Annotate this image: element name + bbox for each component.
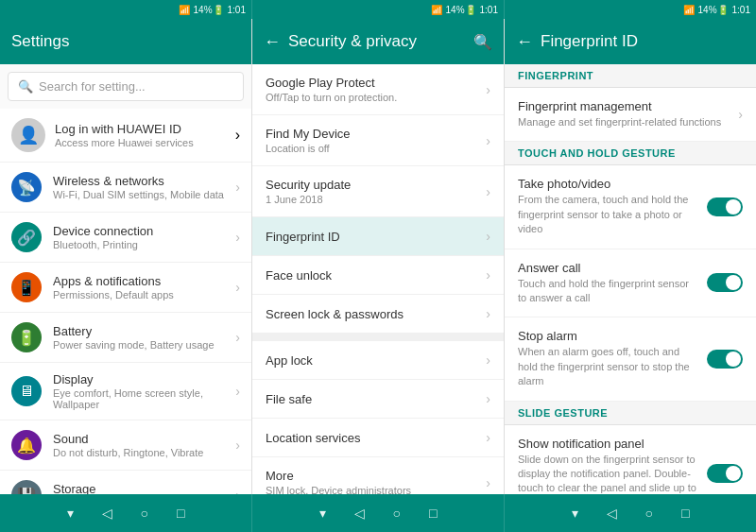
location-title: Location services xyxy=(266,431,486,445)
google-play-subtitle: Off/Tap to turn on protection. xyxy=(266,92,486,103)
device-title: Device connection xyxy=(53,224,224,238)
storage-title: Storage xyxy=(53,482,224,494)
settings-item-wireless[interactable]: 📡 Wireless & networks Wi-Fi, Dual SIM se… xyxy=(0,163,251,213)
battery-2: 14%🔋 xyxy=(446,5,476,15)
face-unlock-text: Face unlock xyxy=(266,268,486,283)
show-notif-title: Show notification panel xyxy=(518,437,699,451)
nav-down-1[interactable]: ▾ xyxy=(67,506,74,521)
wireless-icon: 📡 xyxy=(11,172,42,202)
nav-down-3[interactable]: ▾ xyxy=(572,506,578,521)
security-update-chevron: › xyxy=(486,184,490,199)
status-bar-panel-1: 📶 14%🔋 1:01 xyxy=(0,0,252,19)
settings-item-sound[interactable]: 🔔 Sound Do not disturb, Ringtone, Vibrat… xyxy=(0,420,251,471)
face-unlock-chevron: › xyxy=(486,267,490,283)
nav-back-1[interactable]: ◁ xyxy=(102,506,112,521)
nav-recent-2[interactable]: □ xyxy=(429,506,437,521)
back-arrow-security[interactable]: ← xyxy=(264,32,281,52)
find-device-subtitle: Location is off xyxy=(266,143,486,154)
fingerprint-management-item[interactable]: Fingerprint management Manage and set fi… xyxy=(505,88,756,142)
display-title: Display xyxy=(53,372,224,386)
take-photo-subtitle: From the camera, touch and hold the fing… xyxy=(518,193,699,236)
app-lock-text: App lock xyxy=(266,353,486,368)
battery-chevron: › xyxy=(235,330,240,345)
security-update-subtitle: 1 June 2018 xyxy=(266,194,486,205)
show-notif-item[interactable]: Show notification panel Slide down on th… xyxy=(505,425,756,494)
show-notif-toggle[interactable] xyxy=(707,464,743,483)
find-device-chevron: › xyxy=(486,133,490,148)
stop-alarm-text: Stop alarm When an alarm goes off, touch… xyxy=(518,329,699,388)
status-bar: 📶 14%🔋 1:01 📶 14%🔋 1:01 📶 14%🔋 1:01 xyxy=(0,0,756,19)
fingerprint-list: FINGERPRINT Fingerprint management Manag… xyxy=(505,64,756,494)
battery-text: Battery Power saving mode, Battery usage xyxy=(53,324,224,351)
fp-mgmt-title: Fingerprint management xyxy=(518,99,730,113)
storage-chevron: › xyxy=(235,488,240,494)
stop-alarm-title: Stop alarm xyxy=(518,329,699,343)
account-text: Log in with HUAWEI ID Access more Huawei… xyxy=(55,122,226,148)
settings-item-apps[interactable]: 📱 Apps & notifications Permissions, Defa… xyxy=(0,263,251,313)
nav-recent-1[interactable]: □ xyxy=(177,506,184,521)
apps-subtitle: Permissions, Default apps xyxy=(53,289,224,300)
apps-chevron: › xyxy=(235,280,240,295)
account-name: Log in with HUAWEI ID xyxy=(55,122,226,136)
device-chevron: › xyxy=(235,230,240,245)
face-unlock-title: Face unlock xyxy=(266,268,486,283)
answer-call-toggle[interactable] xyxy=(707,273,743,292)
slide-gesture-section-header: SLIDE GESTURE xyxy=(505,402,756,425)
security-item-screen-lock[interactable]: Screen lock & passwords › xyxy=(252,295,504,334)
file-safe-chevron: › xyxy=(486,391,490,406)
bottom-nav-panel-2: ▾ ◁ ○ □ xyxy=(252,494,505,532)
security-item-app-lock[interactable]: App lock › xyxy=(252,341,504,380)
stop-alarm-item[interactable]: Stop alarm When an alarm goes off, touch… xyxy=(505,317,756,401)
fp-mgmt-chevron: › xyxy=(738,107,743,122)
nav-back-3[interactable]: ◁ xyxy=(607,506,617,521)
more-title: More xyxy=(266,469,486,483)
fingerprint-panel-title: Fingerprint ID xyxy=(541,32,745,51)
answer-call-text: Answer call Touch and hold the fingerpri… xyxy=(518,261,699,306)
security-item-face-unlock[interactable]: Face unlock › xyxy=(252,256,504,295)
take-photo-item[interactable]: Take photo/video From the camera, touch … xyxy=(505,165,756,249)
nav-home-3[interactable]: ○ xyxy=(645,506,653,521)
time-2: 1:01 xyxy=(480,5,498,15)
answer-call-item[interactable]: Answer call Touch and hold the fingerpri… xyxy=(505,249,756,318)
nav-home-1[interactable]: ○ xyxy=(141,506,148,521)
fingerprint-section-header: FINGERPRINT xyxy=(505,64,756,88)
nav-recent-3[interactable]: □ xyxy=(681,506,689,521)
touch-hold-section-header: TOUCH AND HOLD GESTURE xyxy=(505,142,756,165)
settings-item-device[interactable]: 🔗 Device connection Bluetooth, Printing … xyxy=(0,213,251,263)
security-item-find-device[interactable]: Find My Device Location is off › xyxy=(252,115,504,166)
display-subtitle: Eye comfort, Home screen style, Wallpape… xyxy=(53,387,224,410)
settings-item-display[interactable]: 🖥 Display Eye comfort, Home screen style… xyxy=(0,363,251,420)
stop-alarm-subtitle: When an alarm goes off, touch and hold t… xyxy=(518,345,699,388)
security-update-text: Security update 1 June 2018 xyxy=(266,178,486,205)
take-photo-toggle[interactable] xyxy=(707,197,743,216)
nav-down-2[interactable]: ▾ xyxy=(319,506,326,521)
account-item[interactable]: 👤 Log in with HUAWEI ID Access more Huaw… xyxy=(0,109,251,163)
security-item-location[interactable]: Location services › xyxy=(252,419,504,457)
security-item-google-play[interactable]: Google Play Protect Off/Tap to turn on p… xyxy=(252,64,504,115)
sound-chevron: › xyxy=(235,438,240,453)
answer-call-title: Answer call xyxy=(518,261,699,275)
security-item-more[interactable]: More SIM lock, Device administrators › xyxy=(252,457,504,494)
nav-home-2[interactable]: ○ xyxy=(393,506,401,521)
security-panel-title: Security & privacy xyxy=(288,32,466,51)
security-item-fingerprint[interactable]: Fingerprint ID › ▶▶ xyxy=(252,217,504,256)
back-arrow-fingerprint[interactable]: ← xyxy=(516,32,533,52)
screen-lock-chevron: › xyxy=(486,306,490,321)
take-photo-text: Take photo/video From the camera, touch … xyxy=(518,177,699,236)
apps-icon: 📱 xyxy=(11,272,42,302)
stop-alarm-toggle[interactable] xyxy=(707,350,743,369)
signal-icon-2: 📶 xyxy=(431,5,442,15)
status-bar-panel-2: 📶 14%🔋 1:01 xyxy=(252,0,505,19)
search-bar[interactable]: 🔍 Search for setting... xyxy=(8,72,244,101)
security-item-update[interactable]: Security update 1 June 2018 › xyxy=(252,166,504,217)
nav-back-2[interactable]: ◁ xyxy=(354,506,365,521)
device-icon: 🔗 xyxy=(11,222,42,252)
wireless-title: Wireless & networks xyxy=(53,174,224,188)
app-lock-title: App lock xyxy=(266,353,486,368)
search-icon-security[interactable]: 🔍 xyxy=(473,33,492,51)
sound-icon: 🔔 xyxy=(11,430,42,460)
security-item-file-safe[interactable]: File safe › xyxy=(252,380,504,419)
screen-lock-title: Screen lock & passwords xyxy=(266,307,486,321)
settings-item-battery[interactable]: 🔋 Battery Power saving mode, Battery usa… xyxy=(0,313,251,363)
settings-item-storage[interactable]: 💾 Storage Memory, Storage cleaner › xyxy=(0,471,251,494)
